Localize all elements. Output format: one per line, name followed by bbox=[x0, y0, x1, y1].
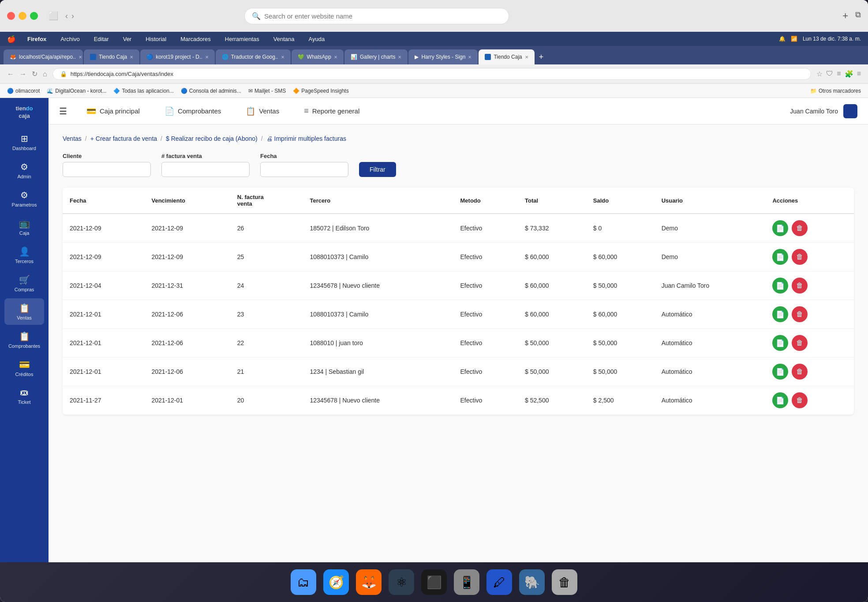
addr-forward-button[interactable]: → bbox=[19, 70, 26, 78]
new-tab-button[interactable]: + bbox=[535, 51, 547, 64]
dock-item-launchpad[interactable]: 📱 bbox=[454, 569, 479, 595]
menu-editar[interactable]: Editar bbox=[91, 35, 112, 43]
breadcrumb-receipt[interactable]: $ Realizar recibo de caja (Abono) bbox=[166, 135, 258, 142]
back-button[interactable]: ‹ bbox=[65, 11, 68, 21]
app-container: tiendocaja ⊞ Dashboard ⚙ Admin ⚙ Paramet… bbox=[0, 98, 868, 562]
tabs-icon[interactable]: ⧉ bbox=[855, 10, 861, 22]
minimize-button[interactable] bbox=[19, 12, 26, 20]
tab-close-active-icon[interactable]: ✕ bbox=[525, 55, 528, 60]
nav-item-caja[interactable]: 💳 Caja principal bbox=[81, 103, 145, 120]
forward-button[interactable]: › bbox=[71, 11, 74, 21]
dock-item-trash[interactable]: 🗑 bbox=[552, 569, 577, 595]
sidebar-item-dashboard[interactable]: ⊞ Dashboard bbox=[4, 129, 44, 155]
sidebar-item-admin[interactable]: ⚙ Admin bbox=[4, 157, 44, 184]
otros-marcadores[interactable]: 📁 Otros marcadores bbox=[810, 88, 861, 94]
nav-item-comprobantes[interactable]: 📄 Comprobantes bbox=[159, 103, 226, 120]
breadcrumb-create[interactable]: + Crear factura de venta bbox=[90, 135, 157, 142]
dock-item-draw[interactable]: 🖊 bbox=[486, 569, 512, 595]
tab-close-icon[interactable]: ✕ bbox=[398, 55, 401, 60]
menu-ayuda[interactable]: Ayuda bbox=[306, 35, 328, 43]
tab-6[interactable]: ▶ Harry Styles - Sign ✕ bbox=[408, 49, 478, 64]
addr-reload-button[interactable]: ↻ bbox=[32, 70, 37, 78]
menu-ver[interactable]: Ver bbox=[120, 35, 135, 43]
tab-1[interactable]: Tiendo Caja ✕ bbox=[84, 49, 139, 64]
bookmark-mailjet[interactable]: ✉ Mailjet - SMS bbox=[248, 88, 286, 94]
action-view-btn[interactable]: 📄 bbox=[772, 306, 788, 322]
menu-icon[interactable]: ≡ bbox=[857, 70, 861, 78]
filter-button[interactable]: Filtrar bbox=[359, 162, 396, 177]
action-view-btn[interactable]: 📄 bbox=[772, 392, 788, 408]
sidebar-item-creditos[interactable]: 💳 Créditos bbox=[4, 355, 44, 381]
action-delete-btn[interactable]: 🗑 bbox=[792, 278, 808, 293]
filter-input-factura[interactable] bbox=[161, 162, 250, 177]
menu-ventana[interactable]: Ventana bbox=[271, 35, 297, 43]
caja-nav-icon: 💳 bbox=[86, 106, 96, 116]
url-display: https://tiendocaja.com/Caja/ventas/index bbox=[71, 71, 173, 77]
bookmark-consola[interactable]: 🔵 Consola del adminis... bbox=[181, 88, 241, 94]
bookmark-apps[interactable]: 🔷 Todas las aplicacion... bbox=[113, 88, 173, 94]
breadcrumb-print[interactable]: 🖨 Imprimir multiples facturas bbox=[266, 135, 346, 142]
dock-item-safari[interactable]: 🧭 bbox=[323, 569, 349, 595]
tab-7-active[interactable]: Tiendo Caja ✕ bbox=[479, 49, 534, 64]
close-button[interactable] bbox=[7, 12, 15, 20]
hamburger-icon[interactable]: ☰ bbox=[59, 106, 67, 117]
breadcrumb-home[interactable]: Ventas bbox=[63, 135, 82, 142]
sidebar-item-caja[interactable]: 📺 Caja bbox=[4, 214, 44, 240]
sidebar-item-ticket[interactable]: 🎟 Ticket bbox=[4, 383, 44, 409]
menu-archivo[interactable]: Archivo bbox=[58, 35, 82, 43]
menu-marcadores[interactable]: Marcadores bbox=[178, 35, 213, 43]
menu-historial[interactable]: Historial bbox=[143, 35, 169, 43]
action-delete-btn[interactable]: 🗑 bbox=[792, 249, 808, 265]
nav-item-ventas[interactable]: 📋 Ventas bbox=[240, 103, 284, 120]
bookmark-pagespeed[interactable]: 🔶 PageSpeed Insights bbox=[293, 88, 348, 94]
menu-firefox[interactable]: Firefox bbox=[25, 35, 49, 43]
action-delete-btn[interactable]: 🗑 bbox=[792, 364, 808, 380]
address-input-container[interactable]: 🔒 https://tiendocaja.com/Caja/ventas/ind… bbox=[52, 68, 812, 80]
tab-close-icon[interactable]: ✕ bbox=[281, 55, 284, 60]
action-view-btn[interactable]: 📄 bbox=[772, 249, 788, 265]
action-view-btn[interactable]: 📄 bbox=[772, 364, 788, 380]
tab-close-icon[interactable]: ✕ bbox=[79, 55, 82, 60]
sidebar-item-comprobantes[interactable]: 📋 Comprobantes bbox=[4, 327, 44, 353]
sidebar-item-parametros[interactable]: ⚙ Parametros bbox=[4, 185, 44, 212]
search-bar[interactable]: 🔍 bbox=[244, 8, 509, 24]
sidebar-item-terceros[interactable]: 👤 Terceros bbox=[4, 242, 44, 268]
sidebar-item-ventas[interactable]: 📋 Ventas bbox=[4, 298, 44, 325]
menu-herramientas[interactable]: Herramientas bbox=[222, 35, 262, 43]
new-tab-icon[interactable]: + bbox=[842, 10, 848, 22]
action-delete-btn[interactable]: 🗑 bbox=[792, 220, 808, 236]
sidebar-item-compras[interactable]: 🛒 Compras bbox=[4, 270, 44, 297]
action-delete-btn[interactable]: 🗑 bbox=[792, 335, 808, 351]
apple-icon[interactable]: 🍎 bbox=[7, 35, 16, 43]
action-delete-btn[interactable]: 🗑 bbox=[792, 392, 808, 408]
tab-4[interactable]: 💚 WhatsApp ✕ bbox=[292, 49, 344, 64]
dock-item-terminal[interactable]: ⬛ bbox=[421, 569, 447, 595]
bookmark-digitalocean[interactable]: 🌊 DigitalOcean - korot... bbox=[47, 88, 106, 94]
dock-item-postgres[interactable]: 🐘 bbox=[519, 569, 545, 595]
filter-input-fecha[interactable] bbox=[260, 162, 348, 177]
action-delete-btn[interactable]: 🗑 bbox=[792, 306, 808, 322]
sidebar-toggle-icon[interactable]: ⬜ bbox=[49, 11, 58, 21]
nav-item-reporte[interactable]: ≡ Reporte general bbox=[299, 103, 365, 119]
dock-item-firefox[interactable]: 🦊 bbox=[356, 569, 382, 595]
bookmark-olimacorot[interactable]: 🔵 olimacorot bbox=[7, 88, 40, 94]
tab-0[interactable]: 🦊 localhost/Caja/api/repo.. ✕ bbox=[4, 49, 83, 64]
action-view-btn[interactable]: 📄 bbox=[772, 278, 788, 293]
action-view-btn[interactable]: 📄 bbox=[772, 220, 788, 236]
dock-item-finder[interactable]: 🗂 bbox=[291, 569, 316, 595]
bookmark-star-icon[interactable]: ☆ bbox=[816, 70, 823, 78]
filter-input-cliente[interactable] bbox=[63, 162, 151, 177]
tab-2[interactable]: 🔵 korot19 project - D.. ✕ bbox=[140, 49, 214, 64]
search-input[interactable] bbox=[264, 12, 501, 20]
tab-close-icon[interactable]: ✕ bbox=[334, 55, 337, 60]
tab-close-icon[interactable]: ✕ bbox=[205, 55, 209, 60]
tab-3[interactable]: 🌐 Traductor de Goog.. ✕ bbox=[216, 49, 291, 64]
addr-back-button[interactable]: ← bbox=[7, 70, 14, 78]
tab-close-icon[interactable]: ✕ bbox=[468, 55, 471, 60]
tab-close-icon[interactable]: ✕ bbox=[130, 55, 133, 60]
addr-home-button[interactable]: ⌂ bbox=[43, 70, 47, 78]
tab-5[interactable]: 📊 Gallery | charts ✕ bbox=[344, 49, 408, 64]
action-view-btn[interactable]: 📄 bbox=[772, 335, 788, 351]
maximize-button[interactable] bbox=[30, 12, 38, 20]
dock-item-atom[interactable]: ⚛ bbox=[389, 569, 414, 595]
